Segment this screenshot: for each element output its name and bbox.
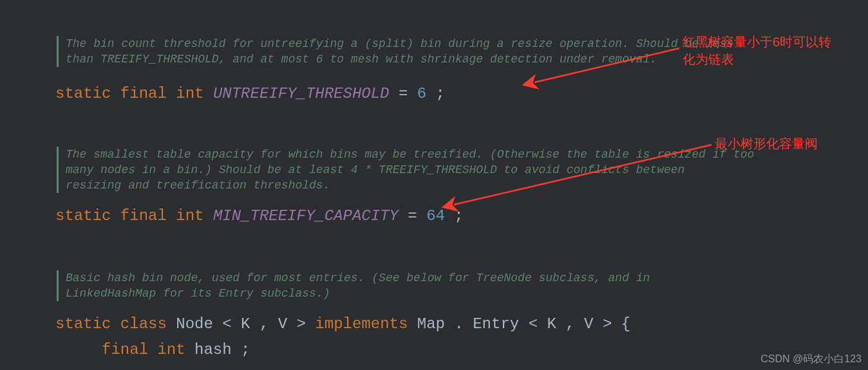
- annotation-1: 红黑树容量小于6时可以转 化为链表: [683, 33, 831, 68]
- doc-comment-3-line1: Basic hash bin node, used for most entri…: [66, 272, 650, 286]
- op-gt: >: [297, 315, 306, 333]
- type-v: V: [584, 315, 593, 333]
- const-min-treeify-capacity: MIN_TREEIFY_CAPACITY: [213, 207, 399, 225]
- keyword-static: static: [55, 207, 111, 225]
- keyword-int: int: [157, 341, 185, 358]
- doc-bar-2: [57, 147, 59, 193]
- op-comma: ,: [565, 315, 574, 333]
- keyword-final: final: [120, 207, 167, 225]
- op-comma: ,: [259, 315, 269, 333]
- code-line-node-class: static class Node < K , V > implements M…: [55, 315, 630, 334]
- op-lt: <: [529, 315, 538, 333]
- keyword-static: static: [55, 315, 111, 333]
- op-semi: ;: [436, 85, 445, 102]
- op-semi: ;: [241, 341, 250, 358]
- num-64: 64: [426, 207, 445, 225]
- op-brace: {: [621, 315, 630, 333]
- keyword-int: int: [176, 207, 203, 225]
- op-semi: ;: [454, 207, 463, 225]
- annotation-1-line1: 红黑树容量小于6时可以转: [683, 33, 831, 51]
- type-k: K: [241, 315, 250, 333]
- op-lt: <: [222, 315, 231, 333]
- doc-comment-3-line2: LinkedHashMap for its Entry subclass.): [66, 287, 330, 301]
- doc-bar-1: [57, 36, 59, 67]
- keyword-implements: implements: [315, 315, 408, 333]
- type-k: K: [547, 315, 556, 333]
- op-assign: =: [408, 207, 426, 225]
- op-dot: .: [454, 315, 463, 333]
- code-editor: The bin count threshold for untreeifying…: [0, 0, 868, 370]
- keyword-class: class: [120, 315, 167, 333]
- type-v: V: [278, 315, 287, 333]
- keyword-final: final: [102, 341, 148, 358]
- code-line-final-hash: final int hash ;: [55, 341, 250, 360]
- type-entry: Entry: [473, 315, 519, 333]
- doc-comment-1-line1: The bin count threshold for untreeifying…: [66, 37, 733, 51]
- doc-comment-2-line3: resizing and treeification thresholds.: [66, 179, 330, 193]
- annotation-1-line2: 化为链表: [683, 51, 831, 68]
- type-node: Node: [176, 315, 213, 333]
- doc-bar-3: [57, 270, 59, 301]
- doc-comment-2-line2: many nodes in a bin.) Should be at least…: [66, 163, 684, 178]
- annotation-2: 最小树形化容量阀: [715, 135, 818, 153]
- keyword-final: final: [120, 85, 167, 102]
- id-hash: hash: [194, 341, 232, 358]
- keyword-static: static: [55, 85, 111, 102]
- keyword-int: int: [176, 85, 203, 102]
- doc-comment-1-line2: than TREEIFY_THRESHOLD, and at most 6 to…: [66, 53, 657, 67]
- type-map: Map: [417, 315, 445, 333]
- doc-comment-2-line1: The smallest table capacity for which bi…: [66, 148, 754, 162]
- watermark: CSDN @码农小白123: [760, 353, 862, 366]
- op-assign: =: [399, 85, 417, 102]
- op-gt: >: [603, 315, 612, 333]
- code-line-mincapacity: static final int MIN_TREEIFY_CAPACITY = …: [55, 207, 464, 226]
- code-line-untreeify: static final int UNTREEIFY_THRESHOLD = 6…: [55, 85, 445, 104]
- num-6: 6: [417, 85, 426, 102]
- const-untreeify-threshold: UNTREEIFY_THRESHOLD: [213, 85, 390, 102]
